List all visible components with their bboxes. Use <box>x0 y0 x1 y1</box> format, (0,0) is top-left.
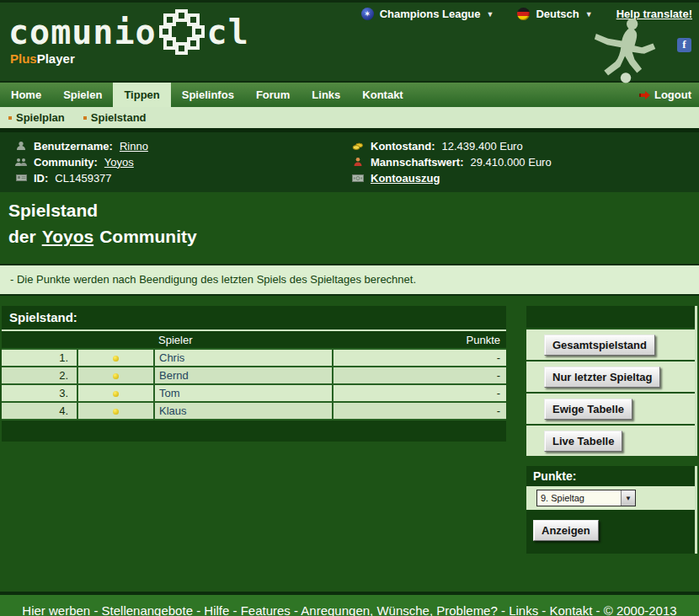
ball-cell <box>77 367 154 384</box>
logo-ring-icon <box>159 9 205 55</box>
league-icon: ✶ <box>361 8 374 20</box>
comunio-logo[interactable]: comunio cl <box>8 9 249 55</box>
ball-icon <box>113 356 119 362</box>
logout-label: Logout <box>654 88 691 101</box>
mannschaftswert-value: 29.410.000 Euro <box>471 156 552 169</box>
nav-item-spielinfos[interactable]: Spielinfos <box>171 83 245 107</box>
kontoauszug-link[interactable]: Kontoauszug <box>371 172 440 185</box>
table-header-row: Spieler Punkte <box>2 331 506 349</box>
ball-cell <box>77 402 154 420</box>
player-name-link[interactable]: Tom <box>154 384 333 402</box>
nur-letzter-spieltag-button[interactable]: Nur letzter Spieltag <box>544 367 660 388</box>
page-title-line2: derYoyosCommunity <box>8 227 699 247</box>
dropdown-arrow-icon: ▼ <box>621 490 635 506</box>
header-spieler: Spieler <box>154 331 333 349</box>
notice-bar: - Die Punkte werden nach Beendigung des … <box>0 264 699 296</box>
sidebar-buttons-panel: Gesamtspielstand Nur letzter Spieltag Ew… <box>526 306 697 456</box>
bank-statement-icon <box>352 174 364 182</box>
sidebar: Gesamtspielstand Nur letzter Spieltag Ew… <box>526 306 697 554</box>
language-selector[interactable]: Deutsch ▼ <box>517 8 592 20</box>
community-icon <box>15 157 27 167</box>
ball-icon <box>113 409 119 415</box>
logo-text-cl: cl <box>207 13 249 51</box>
facebook-icon[interactable]: f <box>677 38 691 52</box>
punkte-label: Punkte: <box>526 466 695 486</box>
player-name-link[interactable]: Klaus <box>154 402 333 420</box>
user-info: Benutzername: Rinno Community: Yoyos ID:… <box>0 132 699 192</box>
table-footer-bar <box>2 420 506 442</box>
logo-text-comunio: comunio <box>8 13 157 51</box>
chevron-down-icon: ▼ <box>487 10 494 19</box>
title-suffix: Community <box>99 227 197 246</box>
plusplayer-label: PlusPlayer <box>10 51 75 66</box>
live-tabelle-button[interactable]: Live Tabelle <box>544 431 622 452</box>
ball-cell <box>77 349 154 367</box>
username-link[interactable]: Rinno <box>120 140 148 153</box>
nav-item-home[interactable]: Home <box>0 83 52 107</box>
rank-cell: 2. <box>2 367 77 384</box>
nav-spacer <box>414 83 639 107</box>
points-cell: - <box>333 367 506 384</box>
user-info-row: Community: Yoyos <box>15 156 148 168</box>
money-icon <box>352 142 364 151</box>
ewige-tabelle-button[interactable]: Ewige Tabelle <box>544 399 632 420</box>
logout-button[interactable]: Logout <box>639 83 699 107</box>
league-selector-label: Champions League <box>380 8 481 20</box>
nav-item-spielen[interactable]: Spielen <box>52 83 113 107</box>
sidebar-cell: Gesamtspielstand <box>526 328 695 360</box>
sub-nav: Spielplan Spielstand <box>0 107 699 128</box>
anzeigen-button[interactable]: Anzeigen <box>533 520 599 541</box>
points-cell: - <box>333 384 506 402</box>
nav-item-kontakt[interactable]: Kontakt <box>351 83 414 107</box>
user-info-row: Mannschaftswert: 29.410.000 Euro <box>352 156 552 168</box>
punkte-panel: Punkte: 9. Spieltag ▼ Anzeigen <box>526 466 697 554</box>
sidebar-cell: Ewige Tabelle <box>526 392 695 424</box>
user-info-row: ID: CL1459377 <box>15 172 148 184</box>
flag-de-icon <box>517 8 530 20</box>
player-name-link[interactable]: Chris <box>154 349 333 367</box>
rank-cell: 4. <box>2 402 77 420</box>
subnav-item-spielplan[interactable]: Spielplan <box>8 111 65 124</box>
site-header: comunio cl PlusPlayer ✶ Champions Le <box>0 0 699 81</box>
nav-item-tippen[interactable]: Tippen <box>113 83 170 107</box>
community-label: Community: <box>34 156 98 169</box>
community-title-link[interactable]: Yoyos <box>42 227 93 246</box>
user-info-row: Kontoauszug <box>352 172 552 184</box>
gesamtspielstand-button[interactable]: Gesamtspielstand <box>544 335 655 356</box>
ball-icon <box>113 373 119 379</box>
user-info-row: Benutzername: Rinno <box>15 140 148 152</box>
community-link[interactable]: Yoyos <box>104 156 134 169</box>
league-selector[interactable]: ✶ Champions League ▼ <box>361 8 494 20</box>
anzeigen-cell: Anzeigen <box>526 510 695 554</box>
player-label: Player <box>37 51 75 66</box>
table-row: 4. Klaus - <box>2 402 506 420</box>
kontostand-value: 12.439.400 Euro <box>442 140 523 153</box>
table-row: 2. Bernd - <box>2 367 506 384</box>
header-rank <box>2 331 77 349</box>
table-row: 3. Tom - <box>2 384 506 402</box>
logout-icon <box>639 90 650 100</box>
standings-panel: Spielstand: Spieler Punkte 1. <box>2 306 506 442</box>
bullet-icon <box>8 116 12 120</box>
spieltag-select[interactable]: 9. Spieltag ▼ <box>536 490 636 506</box>
nav-item-forum[interactable]: Forum <box>245 83 301 107</box>
team-value-icon <box>352 157 364 167</box>
footer-links[interactable]: Hier werben - Stellenangebote - Hilfe - … <box>0 592 699 616</box>
user-info-row: Kontostand: 12.439.400 Euro <box>352 140 552 152</box>
plus-label: Plus <box>10 51 37 66</box>
points-cell: - <box>333 402 506 420</box>
player-silhouette-icon <box>586 16 667 83</box>
subnav-label: Spielstand <box>91 111 147 124</box>
content-row: Spielstand: Spieler Punkte 1. <box>0 306 699 569</box>
mannschaftswert-label: Mannschaftswert: <box>371 156 464 169</box>
nav-item-links[interactable]: Links <box>301 83 351 107</box>
language-selector-label: Deutsch <box>536 8 579 20</box>
id-card-icon <box>15 174 27 182</box>
subnav-item-spielstand[interactable]: Spielstand <box>83 111 147 124</box>
subnav-label: Spielplan <box>16 111 65 124</box>
kontostand-label: Kontostand: <box>371 140 435 153</box>
page-title: Spielstand derYoyosCommunity <box>8 201 699 247</box>
ball-icon <box>113 391 119 397</box>
player-name-link[interactable]: Bernd <box>154 367 333 384</box>
sidebar-header-bar <box>526 306 695 328</box>
